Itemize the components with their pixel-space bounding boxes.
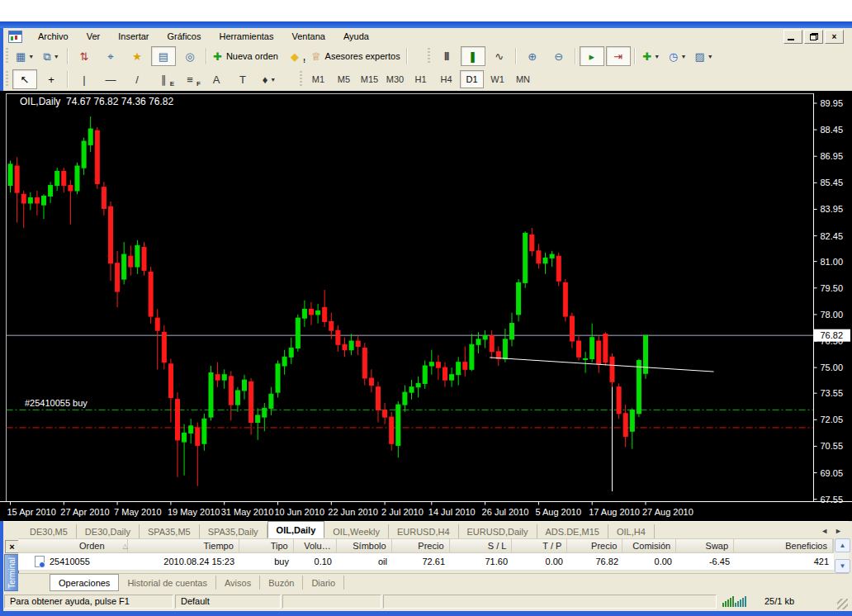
- chevron-down-icon[interactable]: ▼: [28, 54, 34, 59]
- scroll-tabs-left-icon[interactable]: ◄: [819, 526, 830, 536]
- data-window-button[interactable]: ⌖: [98, 46, 123, 66]
- status-profile[interactable]: Default: [175, 595, 281, 609]
- restore-button[interactable]: [804, 30, 823, 44]
- timeframe-m15-button[interactable]: M15: [357, 70, 381, 88]
- trendline-button[interactable]: /: [125, 69, 149, 89]
- time-axis-label[interactable]: 22 Jun 2010: [328, 507, 378, 517]
- toolbar-drag-handle[interactable]: [6, 48, 8, 64]
- time-axis-label[interactable]: 27 Apr 2010: [60, 507, 109, 517]
- expert-advisors-button[interactable]: ♕Asesores expertos: [309, 46, 403, 66]
- menu-insertar[interactable]: Insertar: [109, 29, 158, 44]
- time-axis-label[interactable]: 7 May 2010: [114, 507, 161, 517]
- price-axis-label[interactable]: 81.00: [821, 257, 844, 267]
- templates-button[interactable]: ▨▼: [692, 46, 717, 66]
- price-axis-label[interactable]: 82.45: [821, 231, 844, 241]
- scroll-down-icon[interactable]: ▼: [835, 559, 850, 573]
- column-header-orden[interactable]: Orden△: [18, 539, 128, 552]
- chart-tab-de30-m5[interactable]: DE30,M5: [21, 524, 77, 538]
- column-header-t-p[interactable]: T / P: [512, 539, 567, 552]
- candle-chart-button[interactable]: ❚: [461, 46, 485, 66]
- indicators-button[interactable]: ✚▼: [639, 46, 664, 66]
- terminal-close-button[interactable]: ×: [5, 540, 19, 553]
- price-axis-label[interactable]: 70.55: [821, 441, 844, 451]
- time-axis-label[interactable]: 5 Aug 2010: [535, 507, 581, 517]
- price-axis-label[interactable]: 72.05: [821, 415, 844, 424]
- chevron-down-icon[interactable]: ▼: [270, 77, 276, 83]
- chart-tab-oil-h4[interactable]: OIL,H4: [608, 524, 655, 538]
- chart-tab-eurusd-daily[interactable]: EURUSD,Daily: [459, 524, 537, 538]
- new-order-button[interactable]: ✚Nueva orden: [211, 46, 281, 66]
- menu-ayuda[interactable]: Ayuda: [334, 29, 378, 44]
- price-axis-label[interactable]: 79.50: [821, 283, 844, 293]
- time-axis-label[interactable]: 27 Aug 2010: [642, 507, 693, 517]
- chart-shift-button[interactable]: ⇥: [606, 46, 631, 66]
- chart-tab-spa35-m5[interactable]: SPA35,M5: [140, 524, 200, 538]
- column-header-tipo[interactable]: Tipo: [239, 539, 294, 552]
- price-axis-label[interactable]: 89.95: [821, 98, 844, 108]
- time-axis-label[interactable]: 15 Apr 2010: [7, 507, 56, 517]
- chart-tab-spa35-daily[interactable]: SPA35,Daily: [200, 524, 267, 538]
- time-axis-label[interactable]: 19 May 2010: [168, 507, 220, 517]
- terminal-tab-historial-de-cuentas[interactable]: Historial de cuentas: [119, 576, 216, 590]
- terminal-tab-avisos[interactable]: Avisos: [216, 576, 260, 590]
- column-header-tiempo[interactable]: Tiempo: [128, 539, 239, 552]
- timeframe-h4-button[interactable]: H4: [434, 70, 458, 88]
- column-header-comisi-n[interactable]: Comisión: [622, 539, 676, 552]
- price-axis-label[interactable]: 86.95: [821, 151, 844, 161]
- navigator-button[interactable]: ★: [125, 46, 149, 66]
- scroll-up-icon[interactable]: ▲: [835, 538, 850, 552]
- timeframe-mn-button[interactable]: MN: [511, 70, 535, 88]
- metaeditor-button[interactable]: ◆!: [282, 46, 307, 66]
- terminal-tab-diario[interactable]: Diario: [303, 576, 344, 590]
- column-header-s-l[interactable]: S / L: [450, 539, 513, 552]
- chevron-down-icon[interactable]: ▼: [680, 54, 686, 59]
- column-header-volu-[interactable]: Volu…: [294, 539, 337, 552]
- channel-button[interactable]: ∥E: [151, 69, 176, 89]
- price-axis-label[interactable]: 85.45: [821, 178, 844, 187]
- chevron-down-icon[interactable]: ▼: [54, 54, 59, 59]
- toolbar-drag-handle[interactable]: [428, 48, 430, 64]
- auto-scroll-button[interactable]: ▸: [580, 46, 604, 66]
- table-scrollbar[interactable]: ▲ ▼: [835, 538, 849, 573]
- line-chart-button[interactable]: ∿: [487, 46, 512, 66]
- time-axis-label[interactable]: 26 Jul 2010: [482, 507, 529, 517]
- toolbar-drag-handle[interactable]: [6, 71, 8, 88]
- terminal-panel-button[interactable]: ▤: [151, 46, 176, 66]
- price-axis-label[interactable]: 69.05: [821, 468, 844, 478]
- terminal-side-tab[interactable]: Terminal: [4, 554, 19, 591]
- vertical-line-button[interactable]: |: [72, 69, 97, 89]
- price-axis-label[interactable]: 88.45: [821, 125, 844, 135]
- timeframe-m30-button[interactable]: M30: [383, 70, 407, 88]
- chevron-down-icon[interactable]: ▼: [654, 54, 660, 59]
- resize-grip[interactable]: [837, 599, 848, 609]
- timeframe-d1-button[interactable]: D1: [460, 70, 484, 88]
- new-chart-button[interactable]: ▦▼: [12, 46, 37, 66]
- time-axis-label[interactable]: 14 Jul 2010: [428, 507, 476, 517]
- cursor-button[interactable]: ↖: [12, 69, 37, 89]
- column-header-precio[interactable]: Precio: [567, 539, 622, 552]
- bar-chart-button[interactable]: |||: [434, 46, 459, 66]
- order-row[interactable]: 254100552010.08.24 15:23buy0.10oil72.617…: [18, 553, 834, 571]
- scroll-tabs-right-icon[interactable]: ►: [833, 526, 844, 536]
- menu-herramientas[interactable]: Herramientas: [210, 29, 282, 44]
- chart-tab-eurusd-h4[interactable]: EURUSD,H4: [389, 524, 459, 538]
- arrows-button[interactable]: ♦▼: [257, 69, 282, 89]
- chart-tab-de30-daily[interactable]: DE30,Daily: [77, 524, 140, 538]
- price-axis-label[interactable]: 83.95: [821, 204, 844, 214]
- timeframe-m1-button[interactable]: M1: [306, 70, 330, 88]
- timeframe-w1-button[interactable]: W1: [485, 70, 509, 88]
- chart-tab-oil-weekly[interactable]: OIL,Weekly: [324, 524, 389, 538]
- price-axis-label[interactable]: 67.55: [821, 495, 844, 505]
- menu-graficos[interactable]: Gráficos: [159, 29, 211, 44]
- time-axis-label[interactable]: 10 Jun 2010: [275, 507, 325, 517]
- strategy-tester-button[interactable]: ◎: [178, 46, 202, 66]
- terminal-tab-operaciones[interactable]: Operaciones: [50, 574, 119, 591]
- column-header-precio[interactable]: Precio: [392, 539, 450, 552]
- column-header-swap[interactable]: Swap: [676, 539, 734, 552]
- time-axis-label[interactable]: 31 May 2010: [221, 507, 274, 517]
- time-axis-label[interactable]: 2 Jul 2010: [381, 507, 424, 517]
- fibonacci-button[interactable]: ≡F: [178, 69, 202, 89]
- timeframe-m5-button[interactable]: M5: [332, 70, 356, 88]
- chart-tab-ads-de-m15[interactable]: ADS.DE,M15: [537, 524, 608, 538]
- market-watch-button[interactable]: ⇅: [72, 46, 97, 66]
